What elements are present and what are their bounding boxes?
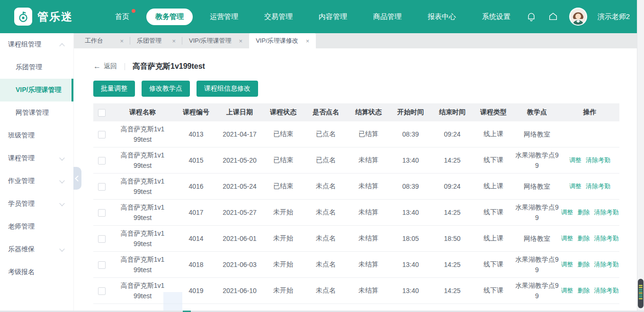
tab-close-icon[interactable]: × (120, 37, 124, 45)
cell-status: 未开始 (262, 286, 304, 295)
chevron-down-icon (59, 155, 64, 160)
row-checkbox[interactable] (98, 235, 106, 243)
cell-start: 13:40 (390, 261, 431, 268)
row-checkbox[interactable] (98, 131, 106, 138)
tab-workbench[interactable]: 工作台× (78, 33, 130, 48)
sidebar-item-vip-theory-course-mgmt[interactable]: VIP/乐理课管理 (0, 79, 73, 101)
cell-end: 14:25 (431, 209, 473, 216)
nav-item-operations[interactable]: 运营管理 (201, 9, 247, 25)
delete-link[interactable]: 删除 (578, 260, 590, 269)
cell-date: 2021-06-03 (217, 261, 262, 268)
change-teaching-point-button[interactable]: 修改教学点 (142, 81, 190, 97)
row-checkbox[interactable] (98, 287, 106, 295)
column-header: 操作 (560, 108, 619, 117)
cell-type: 线下课 (473, 286, 514, 295)
table-header-row: 课程名称课程编号上课日期课程状态是否点名结算状态开始时间结束时间课程类型教学点操… (93, 103, 619, 121)
main-nav: 首页教务管理运营管理交易管理内容管理商品管理报表中心系统设置 (106, 9, 519, 25)
sidebar-collapse-handle[interactable] (73, 167, 81, 190)
scrollbar-track[interactable] (637, 0, 644, 312)
tab-bar: 工作台×乐团管理×VIP/乐理课管理×VIP/乐理课修改× (73, 33, 642, 48)
cell-status: 已结束 (262, 156, 304, 165)
cell-venue: 水果湖教学点99 (514, 150, 560, 171)
row-checkbox[interactable] (98, 261, 106, 269)
adjust-link[interactable]: 调整 (569, 182, 581, 191)
tab-close-icon[interactable]: × (172, 37, 176, 45)
toolbar: 批量调整修改教学点课程组信息修改 (93, 81, 637, 97)
tab-band-mgmt[interactable]: 乐团管理× (130, 33, 182, 48)
tab-vip-theory-course-edit[interactable]: VIP/乐理课修改× (249, 33, 316, 48)
batch-adjust-button[interactable]: 批量调整 (93, 81, 135, 97)
app-logo-icon[interactable] (14, 8, 32, 26)
tab-vip-theory-course-mgmt[interactable]: VIP/乐理课管理× (182, 33, 249, 48)
sidebar-item-label: 乐器维保 (8, 245, 35, 254)
clear-attendance-link[interactable]: 清除考勤 (594, 208, 619, 217)
clear-attendance-link[interactable]: 清除考勤 (594, 234, 619, 243)
nav-item-content[interactable]: 内容管理 (310, 9, 356, 25)
user-name[interactable]: 演示老师2 (598, 12, 630, 21)
cell-end: 09:24 (431, 130, 473, 138)
delete-link[interactable]: 删除 (578, 286, 590, 295)
cell-settle: 未结算 (347, 208, 390, 217)
edit-course-group-info-button[interactable]: 课程组信息修改 (197, 81, 258, 97)
back-button[interactable]: ← 返回 (93, 62, 117, 71)
nav-item-home[interactable]: 首页 (106, 9, 138, 25)
avatar[interactable] (569, 8, 587, 26)
cell-date: 2021-04-17 (217, 130, 262, 138)
select-all-cell (93, 108, 110, 116)
adjust-link[interactable]: 调整 (561, 208, 573, 217)
sidebar-item-band-mgmt[interactable]: 乐团管理 (0, 56, 73, 79)
delete-link[interactable]: 删除 (578, 234, 590, 243)
back-label: 返回 (104, 62, 117, 71)
clear-attendance-link[interactable]: 清除考勤 (586, 182, 610, 191)
nav-item-label: 系统设置 (482, 12, 510, 20)
cell-type: 线下课 (473, 156, 514, 165)
sidebar-item-course-mgmt[interactable]: 课程管理 (0, 147, 73, 170)
nav-item-settings[interactable]: 系统设置 (473, 9, 519, 25)
notifications-bell-icon[interactable] (526, 11, 537, 22)
clear-attendance-link[interactable]: 清除考勤 (594, 286, 619, 295)
cell-venue: 网络教室 (514, 233, 560, 244)
cell-settle: 未结算 (347, 182, 390, 191)
nav-item-label: 教务管理 (155, 12, 184, 20)
nav-item-transactions[interactable]: 交易管理 (255, 9, 302, 25)
clear-attendance-link[interactable]: 清除考勤 (594, 260, 619, 269)
row-checkbox[interactable] (98, 157, 106, 165)
main-content: ← 返回 高音萨克斯1v199test 批量调整修改教学点课程组信息修改 课程名… (73, 48, 637, 311)
course-name-text: 高音萨克斯1v199test (119, 254, 166, 275)
sidebar-item-online-admin-course-mgmt[interactable]: 网管课管理 (0, 101, 73, 124)
adjust-link[interactable]: 调整 (561, 286, 573, 295)
sidebar-item-class-mgmt[interactable]: 班级管理 (0, 124, 73, 147)
home-icon[interactable] (547, 11, 559, 22)
column-header: 是否点名 (304, 108, 347, 117)
nav-item-goods[interactable]: 商品管理 (364, 9, 411, 25)
sidebar-item-exam-registration[interactable]: 考级报名 (0, 261, 73, 284)
cell-type: 线上课 (473, 182, 514, 191)
sidebar-item-label: 作业管理 (8, 177, 35, 185)
nav-item-reports[interactable]: 报表中心 (419, 9, 465, 25)
sidebar-item-homework-mgmt[interactable]: 作业管理 (0, 170, 73, 193)
row-checkbox[interactable] (98, 209, 106, 217)
course-name-text: 高音萨克斯1v199test (119, 176, 166, 197)
cell-name: 高音萨克斯1v199test (110, 202, 175, 223)
tab-close-icon[interactable]: × (306, 37, 310, 45)
delete-link[interactable]: 删除 (578, 208, 590, 217)
tab-close-icon[interactable]: × (239, 37, 243, 45)
sidebar-item-instrument-maintenance[interactable]: 乐器维保 (0, 238, 73, 261)
row-checkbox[interactable] (98, 183, 106, 191)
adjust-link[interactable]: 调整 (569, 156, 581, 165)
row-actions: 调整清除考勤 (560, 182, 619, 191)
scrollbar-thumb[interactable] (638, 279, 644, 308)
adjust-link[interactable]: 调整 (561, 234, 573, 243)
cell-status: 已结束 (262, 182, 304, 191)
sidebar-item-student-mgmt[interactable]: 学员管理 (0, 193, 73, 215)
row-select-cell (93, 130, 110, 138)
sidebar-item-course-group-mgmt[interactable]: 课程组管理 (0, 33, 73, 56)
sidebar-item-teacher-mgmt[interactable]: 老师管理 (0, 215, 73, 238)
clear-attendance-link[interactable]: 清除考勤 (586, 156, 610, 165)
nav-item-academic-affairs[interactable]: 教务管理 (146, 9, 193, 25)
select-all-checkbox[interactable] (98, 109, 106, 117)
adjust-link[interactable]: 调整 (561, 260, 573, 269)
cell-code: 4015 (175, 156, 217, 164)
course-name-text: 高音萨克斯1v199test (119, 280, 166, 302)
cell-date: 2021-05-24 (217, 183, 262, 190)
